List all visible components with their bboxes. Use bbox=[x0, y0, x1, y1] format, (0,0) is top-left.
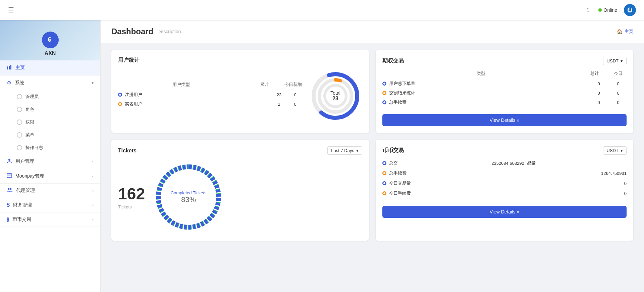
total-fee-label: 总手续费 bbox=[389, 170, 598, 176]
page-title: Dashboard bbox=[111, 27, 153, 36]
sidebar-item-agent[interactable]: 代理管理 ‹ bbox=[0, 184, 100, 198]
sidebar-sub-admin[interactable]: 管理员 bbox=[0, 90, 100, 103]
settlement-today: 0 bbox=[610, 91, 627, 96]
sidebar-item-moonpay[interactable]: Moonpay管理 ‹ bbox=[0, 169, 100, 184]
chevron-right-icon: ‹ bbox=[92, 188, 94, 193]
donut-chart: Total 23 bbox=[309, 69, 362, 123]
topnav-right: ☾ Online ⏻ bbox=[586, 4, 636, 16]
coin-row-total-vol: 总交 2352684.603292 易量 bbox=[382, 160, 627, 166]
orders-today: 0 bbox=[610, 81, 627, 86]
t-col-total: 总计 bbox=[586, 70, 603, 77]
period-trading-view-details-button[interactable]: View Details » bbox=[382, 114, 627, 126]
menu-toggle[interactable]: ☰ bbox=[8, 6, 14, 14]
coin-row-total-fee: 总手续费 1264.750931 bbox=[382, 170, 627, 176]
sidebar-sub-role[interactable]: 角色 bbox=[0, 103, 100, 116]
registered-label: 注册用户 bbox=[125, 92, 270, 98]
trading-table: 类型 总计 今日 用户总下单量 0 0 交割结果统计 0 0 bbox=[382, 70, 627, 105]
sidebar: AXN 主页 ⚙ 系统 ▾ 管理员 角色 权限 bbox=[0, 20, 101, 292]
total-vol-value: 2352684.603292 bbox=[491, 161, 524, 166]
sidebar-sub-permission-label: 权限 bbox=[25, 119, 34, 125]
completed-tickets-pct: 83% bbox=[171, 195, 207, 204]
sidebar-item-finance[interactable]: $ 财务管理 ‹ bbox=[0, 198, 100, 212]
registered-today: 0 bbox=[288, 92, 302, 97]
c-dot-orange-2 bbox=[382, 191, 386, 195]
coin-trading-title: 币币交易 bbox=[382, 147, 404, 154]
trading-row-orders: 用户总下单量 0 0 bbox=[382, 81, 627, 87]
coin-trading-dropdown[interactable]: USDT ▾ bbox=[603, 146, 627, 155]
topnav-left: ☰ bbox=[8, 6, 14, 14]
sidebar-sub-oplog-label: 操作日志 bbox=[25, 145, 43, 151]
sub-circle-icon bbox=[17, 119, 22, 125]
total-vol-suffix: 易量 bbox=[527, 160, 627, 166]
sidebar-header: AXN bbox=[0, 20, 100, 60]
sub-circle-icon bbox=[17, 145, 22, 150]
dropdown-arrow: ▾ bbox=[621, 58, 623, 63]
t-dot-orange bbox=[382, 91, 386, 95]
user-stats-title: 用户统计 bbox=[118, 57, 362, 64]
moonpay-icon bbox=[7, 173, 12, 179]
sidebar-sub-oplog[interactable]: 操作日志 bbox=[0, 141, 100, 154]
svg-point-9 bbox=[10, 188, 12, 190]
page-header-left: Dashboard Description... bbox=[111, 27, 185, 36]
period-trading-dropdown[interactable]: USDT ▾ bbox=[603, 57, 627, 65]
tickets-content: 162 Tickets bbox=[118, 160, 362, 234]
coin-usdt-label: USDT bbox=[607, 148, 619, 153]
sidebar-item-agent-label: 代理管理 bbox=[16, 188, 35, 194]
tickets-title: Tickets bbox=[118, 148, 137, 154]
main-content: Dashboard Description... 🏠 主页 用户统计 用户类型 … bbox=[101, 20, 644, 292]
sidebar-item-moonpay-label: Moonpay管理 bbox=[15, 173, 44, 179]
power-button[interactable]: ⏻ bbox=[624, 4, 636, 16]
total-vol-label: 总交 bbox=[389, 160, 489, 166]
tickets-count-label: Tickets bbox=[118, 204, 145, 209]
orange-dot bbox=[118, 102, 122, 106]
user-stats-table: 用户类型 累计 今日新增 注册用户 23 0 实名用户 bbox=[118, 82, 302, 110]
agent-icon bbox=[7, 188, 13, 194]
chevron-down-icon: ▾ bbox=[92, 81, 94, 85]
usdt-label: USDT bbox=[607, 58, 619, 63]
sidebar-sub-admin-label: 管理员 bbox=[25, 94, 39, 100]
orders-label: 用户总下单量 bbox=[389, 81, 588, 87]
sidebar-item-home[interactable]: 主页 bbox=[0, 60, 100, 76]
sidebar-item-coin-trade-label: 币币交易 bbox=[12, 216, 31, 223]
tickets-dropdown[interactable]: Last 7 Days ▾ bbox=[327, 146, 362, 155]
t-dot-blue-2 bbox=[382, 100, 386, 104]
user-stats-content: 用户类型 累计 今日新增 注册用户 23 0 实名用户 bbox=[118, 69, 362, 123]
today-vol-label: 今日交易量 bbox=[389, 180, 622, 186]
dropdown-arrow-3: ▾ bbox=[621, 148, 623, 153]
trading-row-settlement: 交割结果统计 0 0 bbox=[382, 90, 627, 96]
svg-rect-2 bbox=[7, 66, 8, 69]
sidebar-item-user-mgmt[interactable]: 用户管理 ‹ bbox=[0, 154, 100, 169]
layout: AXN 主页 ⚙ 系统 ▾ 管理员 角色 权限 bbox=[0, 20, 644, 292]
page-description: Description... bbox=[157, 29, 185, 34]
today-vol-value: 0 bbox=[624, 181, 627, 186]
orders-total: 0 bbox=[590, 81, 607, 86]
breadcrumb-icon: 🏠 bbox=[617, 29, 623, 34]
c-dot-blue bbox=[382, 161, 386, 165]
home-icon bbox=[7, 64, 12, 71]
sidebar-sub-menu[interactable]: 菜单 bbox=[0, 129, 100, 141]
sidebar-item-finance-label: 财务管理 bbox=[13, 202, 32, 208]
sidebar-sub-role-label: 角色 bbox=[25, 106, 34, 112]
trading-header: 类型 总计 今日 bbox=[382, 70, 627, 77]
dark-mode-icon[interactable]: ☾ bbox=[586, 6, 592, 14]
sidebar-item-coin-trade[interactable]: ₿ 币币交易 ‹ bbox=[0, 212, 100, 227]
completed-tickets-label: Completed Tickets bbox=[171, 190, 207, 195]
coin-row-today-fee: 今日手续费 0 bbox=[382, 190, 627, 196]
sub-circle-icon bbox=[17, 107, 22, 112]
breadcrumb[interactable]: 🏠 主页 bbox=[617, 29, 633, 35]
tickets-card: Tickets Last 7 Days ▾ 162 Tickets bbox=[111, 140, 369, 241]
sidebar-sub-permission[interactable]: 权限 bbox=[0, 116, 100, 129]
svg-point-8 bbox=[8, 188, 10, 190]
col-type: 用户类型 bbox=[118, 82, 244, 88]
sidebar-item-system[interactable]: ⚙ 系统 ▾ bbox=[0, 76, 100, 90]
page-header: Dashboard Description... 🏠 主页 bbox=[101, 20, 644, 43]
chevron-right-icon: ‹ bbox=[92, 174, 94, 179]
today-fee-value: 0 bbox=[624, 191, 627, 196]
coin-trading-view-details-button[interactable]: View Details » bbox=[382, 206, 627, 218]
breadcrumb-label: 主页 bbox=[625, 29, 633, 35]
sidebar-brand: AXN bbox=[45, 50, 56, 56]
fee-label: 总手续费 bbox=[389, 99, 588, 105]
coin-trade-icon: ₿ bbox=[7, 217, 9, 222]
tickets-circle-chart: Completed Tickets 83% bbox=[152, 160, 225, 234]
user-icon bbox=[7, 158, 12, 165]
